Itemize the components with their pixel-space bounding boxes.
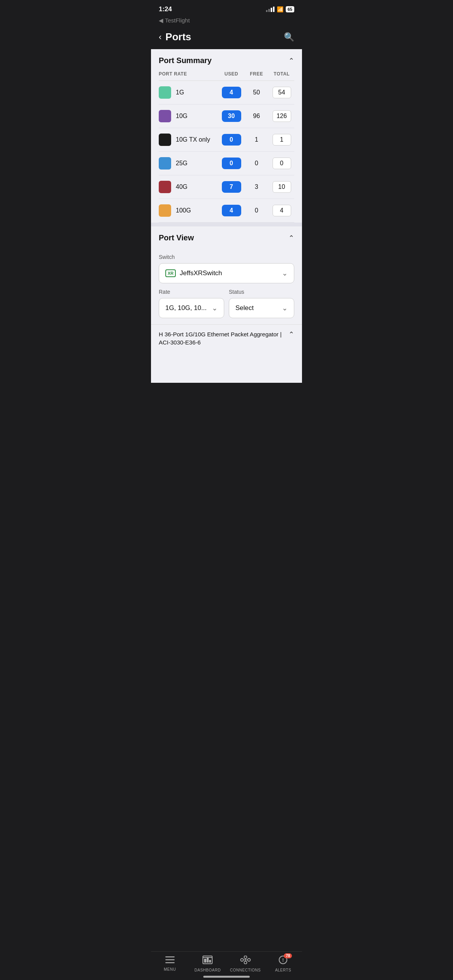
status-bar: 1:24 📶 65: [151, 0, 302, 16]
port-color-100g: [159, 204, 171, 217]
port-name-10g: 10G: [176, 113, 219, 120]
search-button[interactable]: 🔍: [284, 32, 294, 42]
rate-group: Rate 1G, 10G, 10... ⌄: [159, 285, 224, 318]
col-free-header: FREE: [244, 71, 269, 77]
aggregator-chevron-icon: ⌃: [288, 330, 294, 339]
status-group: Status Select ⌄: [229, 285, 294, 318]
section-divider: [151, 223, 302, 226]
port-free-25g: 0: [244, 160, 269, 167]
rate-dropdown-arrow-icon: ⌄: [212, 304, 218, 312]
port-total-100g: 4: [269, 205, 294, 216]
table-header-row: PORT RATE USED FREE TOTAL: [159, 69, 294, 81]
port-view-chevron-icon: ⌃: [288, 234, 294, 242]
port-used-10g: 30: [219, 110, 244, 122]
port-free-10g: 96: [244, 113, 269, 120]
port-total-40g: 10: [269, 181, 294, 193]
port-name-10g-tx: 10G TX only: [176, 136, 219, 143]
switch-dropdown[interactable]: XR JeffsXRSwitch ⌄: [159, 263, 294, 283]
rate-value: 1G, 10G, 10...: [165, 304, 207, 312]
port-row-100g[interactable]: 100G 4 0 4: [159, 199, 294, 223]
port-summary-table: PORT RATE USED FREE TOTAL 1G 4 50 54 10G…: [151, 69, 302, 223]
port-name-1g: 1G: [176, 89, 219, 96]
port-free-10g-tx: 1: [244, 136, 269, 143]
testflight-bar: ◀ TestFlight: [151, 16, 302, 27]
xr-badge: XR: [165, 269, 176, 277]
port-row-25g[interactable]: 25G 0 0 0: [159, 152, 294, 175]
wifi-icon: 📶: [277, 6, 283, 12]
port-color-25g: [159, 157, 171, 170]
back-button[interactable]: ‹: [159, 32, 161, 42]
port-view-title: Port View: [159, 233, 194, 242]
port-view-section: Port View ⌃ Switch XR JeffsXRSwitch ⌄ Ra…: [151, 226, 302, 352]
port-summary-title: Port Summary: [159, 56, 212, 65]
col-port-rate: PORT RATE: [159, 71, 219, 77]
status-time: 1:24: [159, 5, 172, 13]
status-dropdown[interactable]: Select ⌄: [229, 298, 294, 318]
port-free-100g: 0: [244, 207, 269, 214]
port-used-25g: 0: [219, 158, 244, 169]
main-content: Port Summary ⌃ PORT RATE USED FREE TOTAL…: [151, 49, 302, 383]
switch-name: JeffsXRSwitch: [180, 269, 222, 277]
nav-header: ‹ Ports 🔍: [151, 27, 302, 49]
port-summary-chevron-icon: ⌃: [288, 57, 294, 65]
port-row-10g-tx[interactable]: 10G TX only 0 1 1: [159, 128, 294, 152]
switch-label: Switch: [159, 254, 294, 260]
switch-dropdown-arrow-icon: ⌄: [282, 269, 288, 278]
port-view-header[interactable]: Port View ⌃: [151, 226, 302, 246]
port-total-1g: 54: [269, 87, 294, 98]
status-label: Status: [229, 289, 294, 295]
port-color-10g: [159, 110, 171, 122]
port-total-25g: 0: [269, 158, 294, 169]
port-free-40g: 3: [244, 183, 269, 190]
port-color-1g: [159, 86, 171, 99]
port-color-40g: [159, 181, 171, 193]
port-total-10g: 126: [269, 110, 294, 122]
status-value: Select: [235, 304, 254, 312]
page-title: Ports: [165, 31, 284, 43]
port-total-10g-tx: 1: [269, 134, 294, 146]
port-name-25g: 25G: [176, 160, 219, 167]
port-row-1g[interactable]: 1G 4 50 54: [159, 81, 294, 105]
switch-info: XR JeffsXRSwitch: [165, 269, 222, 277]
rate-status-row: Rate 1G, 10G, 10... ⌄ Status Select ⌄: [159, 285, 294, 318]
port-row-10g[interactable]: 10G 30 96 126: [159, 105, 294, 128]
port-used-10g-tx: 0: [219, 134, 244, 146]
col-used-header: USED: [219, 71, 244, 77]
testflight-back-button[interactable]: ◀ TestFlight: [159, 17, 294, 24]
port-used-40g: 7: [219, 181, 244, 193]
battery-indicator: 65: [286, 6, 294, 12]
status-dropdown-arrow-icon: ⌄: [282, 304, 288, 312]
port-name-40g: 40G: [176, 183, 219, 190]
status-icons: 📶 65: [266, 6, 294, 12]
aggregator-section[interactable]: H 36-Port 1G/10G Ethernet Packet Aggrega…: [151, 324, 302, 352]
port-summary-header[interactable]: Port Summary ⌃: [151, 49, 302, 69]
rate-label: Rate: [159, 289, 224, 295]
port-color-10g-tx: [159, 134, 171, 146]
port-row-40g[interactable]: 40G 7 3 10: [159, 175, 294, 199]
port-used-1g: 4: [219, 87, 244, 98]
col-total-header: TOTAL: [269, 71, 294, 77]
port-free-1g: 50: [244, 89, 269, 96]
rate-dropdown[interactable]: 1G, 10G, 10... ⌄: [159, 298, 224, 318]
aggregator-text: H 36-Port 1G/10G Ethernet Packet Aggrega…: [159, 330, 288, 346]
signal-icon: [266, 7, 275, 12]
port-view-form: Switch XR JeffsXRSwitch ⌄ Rate 1G, 10G, …: [151, 246, 302, 324]
port-used-100g: 4: [219, 205, 244, 216]
port-name-100g: 100G: [176, 207, 219, 214]
